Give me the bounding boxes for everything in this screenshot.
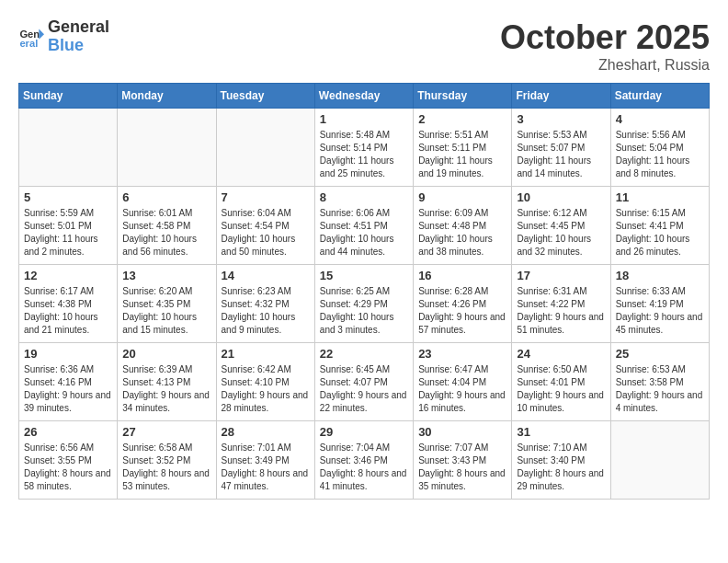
- day-info: Sunrise: 5:48 AMSunset: 5:14 PMDaylight:…: [320, 129, 408, 180]
- day-number: 4: [616, 112, 704, 126]
- calendar-week-row: 12 Sunrise: 6:17 AMSunset: 4:38 PMDaylig…: [19, 265, 710, 343]
- day-number: 31: [517, 425, 605, 439]
- day-info: Sunrise: 6:50 AMSunset: 4:01 PMDaylight:…: [517, 363, 605, 415]
- day-number: 19: [24, 347, 112, 361]
- day-number: 28: [222, 425, 310, 439]
- calendar-week-row: 5 Sunrise: 5:59 AMSunset: 5:01 PMDayligh…: [19, 187, 710, 265]
- table-row: 24 Sunrise: 6:50 AMSunset: 4:01 PMDaylig…: [512, 343, 610, 421]
- day-info: Sunrise: 6:09 AMSunset: 4:48 PMDaylight:…: [418, 207, 506, 259]
- table-row: 22 Sunrise: 6:45 AMSunset: 4:07 PMDaylig…: [314, 343, 413, 421]
- day-info: Sunrise: 7:01 AMSunset: 3:49 PMDaylight:…: [222, 442, 310, 493]
- day-info: Sunrise: 6:36 AMSunset: 4:16 PMDaylight:…: [24, 363, 112, 415]
- day-info: Sunrise: 6:56 AMSunset: 3:55 PMDaylight:…: [24, 442, 112, 493]
- table-row: 18 Sunrise: 6:33 AMSunset: 4:19 PMDaylig…: [610, 265, 709, 343]
- day-info: Sunrise: 6:39 AMSunset: 4:13 PMDaylight:…: [122, 363, 210, 415]
- table-row: 27 Sunrise: 6:58 AMSunset: 3:52 PMDaylig…: [118, 421, 216, 500]
- day-number: 18: [616, 269, 704, 282]
- table-row: 9 Sunrise: 6:09 AMSunset: 4:48 PMDayligh…: [414, 187, 512, 265]
- svg-marker-2: [39, 29, 44, 39]
- day-number: 3: [517, 112, 605, 126]
- header-monday: Monday: [118, 84, 216, 109]
- table-row: 12 Sunrise: 6:17 AMSunset: 4:38 PMDaylig…: [19, 265, 118, 343]
- day-number: 12: [24, 269, 112, 282]
- day-number: 25: [616, 347, 704, 361]
- table-row: 8 Sunrise: 6:06 AMSunset: 4:51 PMDayligh…: [314, 187, 413, 265]
- day-number: 8: [320, 190, 408, 204]
- table-row: 25 Sunrise: 6:53 AMSunset: 3:58 PMDaylig…: [610, 343, 709, 421]
- day-number: 6: [122, 190, 210, 204]
- day-info: Sunrise: 6:15 AMSunset: 4:41 PMDaylight:…: [616, 207, 704, 259]
- day-info: Sunrise: 6:33 AMSunset: 4:19 PMDaylight:…: [616, 285, 704, 337]
- table-row: 17 Sunrise: 6:31 AMSunset: 4:22 PMDaylig…: [512, 265, 610, 343]
- logo-icon: Gen eral: [18, 24, 44, 50]
- calendar-week-row: 1 Sunrise: 5:48 AMSunset: 5:14 PMDayligh…: [19, 109, 710, 187]
- table-row: [118, 109, 216, 187]
- day-number: 27: [122, 425, 210, 439]
- header-saturday: Saturday: [610, 84, 709, 109]
- table-row: 21 Sunrise: 6:42 AMSunset: 4:10 PMDaylig…: [216, 343, 314, 421]
- table-row: 1 Sunrise: 5:48 AMSunset: 5:14 PMDayligh…: [314, 109, 413, 187]
- day-number: 29: [320, 425, 408, 439]
- table-row: 30 Sunrise: 7:07 AMSunset: 3:43 PMDaylig…: [414, 421, 512, 500]
- day-number: 10: [517, 190, 605, 204]
- table-row: 3 Sunrise: 5:53 AMSunset: 5:07 PMDayligh…: [512, 109, 610, 187]
- header-tuesday: Tuesday: [216, 84, 314, 109]
- day-info: Sunrise: 6:45 AMSunset: 4:07 PMDaylight:…: [320, 363, 408, 415]
- day-number: 9: [418, 190, 506, 204]
- table-row: [610, 421, 709, 500]
- page-header: Gen eral General Blue October 2025 Zhesh…: [18, 18, 710, 74]
- day-info: Sunrise: 5:53 AMSunset: 5:07 PMDaylight:…: [517, 129, 605, 180]
- day-info: Sunrise: 6:42 AMSunset: 4:10 PMDaylight:…: [222, 363, 310, 415]
- day-number: 17: [517, 269, 605, 282]
- day-number: 15: [320, 269, 408, 282]
- day-info: Sunrise: 5:59 AMSunset: 5:01 PMDaylight:…: [24, 207, 112, 259]
- title-block: October 2025 Zheshart, Russia: [500, 18, 710, 74]
- table-row: 4 Sunrise: 5:56 AMSunset: 5:04 PMDayligh…: [610, 109, 709, 187]
- day-info: Sunrise: 6:47 AMSunset: 4:04 PMDaylight:…: [418, 363, 506, 415]
- table-row: 6 Sunrise: 6:01 AMSunset: 4:58 PMDayligh…: [118, 187, 216, 265]
- day-info: Sunrise: 6:25 AMSunset: 4:29 PMDaylight:…: [320, 285, 408, 337]
- calendar-week-row: 19 Sunrise: 6:36 AMSunset: 4:16 PMDaylig…: [19, 343, 710, 421]
- table-row: 28 Sunrise: 7:01 AMSunset: 3:49 PMDaylig…: [216, 421, 314, 500]
- table-row: 13 Sunrise: 6:20 AMSunset: 4:35 PMDaylig…: [118, 265, 216, 343]
- header-sunday: Sunday: [19, 84, 118, 109]
- day-number: 30: [418, 425, 506, 439]
- table-row: 5 Sunrise: 5:59 AMSunset: 5:01 PMDayligh…: [19, 187, 118, 265]
- day-number: 24: [517, 347, 605, 361]
- table-row: 16 Sunrise: 6:28 AMSunset: 4:26 PMDaylig…: [414, 265, 512, 343]
- day-info: Sunrise: 6:20 AMSunset: 4:35 PMDaylight:…: [122, 285, 210, 337]
- day-info: Sunrise: 6:01 AMSunset: 4:58 PMDaylight:…: [122, 207, 210, 259]
- day-info: Sunrise: 5:56 AMSunset: 5:04 PMDaylight:…: [616, 129, 704, 180]
- day-info: Sunrise: 6:28 AMSunset: 4:26 PMDaylight:…: [418, 285, 506, 337]
- day-number: 22: [320, 347, 408, 361]
- day-number: 26: [24, 425, 112, 439]
- day-info: Sunrise: 5:51 AMSunset: 5:11 PMDaylight:…: [418, 129, 506, 180]
- calendar-table: Sunday Monday Tuesday Wednesday Thursday…: [18, 83, 710, 500]
- day-info: Sunrise: 7:04 AMSunset: 3:46 PMDaylight:…: [320, 442, 408, 493]
- location: Zheshart, Russia: [500, 57, 710, 74]
- day-number: 14: [222, 269, 310, 282]
- table-row: 14 Sunrise: 6:23 AMSunset: 4:32 PMDaylig…: [216, 265, 314, 343]
- day-number: 1: [320, 112, 408, 126]
- table-row: [216, 109, 314, 187]
- day-number: 21: [222, 347, 310, 361]
- table-row: 26 Sunrise: 6:56 AMSunset: 3:55 PMDaylig…: [19, 421, 118, 500]
- header-wednesday: Wednesday: [314, 84, 413, 109]
- day-number: 11: [616, 190, 704, 204]
- svg-text:eral: eral: [19, 38, 38, 49]
- day-number: 23: [418, 347, 506, 361]
- day-number: 5: [24, 190, 112, 204]
- header-thursday: Thursday: [414, 84, 512, 109]
- day-info: Sunrise: 6:06 AMSunset: 4:51 PMDaylight:…: [320, 207, 408, 259]
- day-info: Sunrise: 6:53 AMSunset: 3:58 PMDaylight:…: [616, 363, 704, 415]
- day-info: Sunrise: 6:17 AMSunset: 4:38 PMDaylight:…: [24, 285, 112, 337]
- calendar-week-row: 26 Sunrise: 6:56 AMSunset: 3:55 PMDaylig…: [19, 421, 710, 500]
- table-row: 20 Sunrise: 6:39 AMSunset: 4:13 PMDaylig…: [118, 343, 216, 421]
- table-row: 19 Sunrise: 6:36 AMSunset: 4:16 PMDaylig…: [19, 343, 118, 421]
- day-info: Sunrise: 6:23 AMSunset: 4:32 PMDaylight:…: [222, 285, 310, 337]
- table-row: 29 Sunrise: 7:04 AMSunset: 3:46 PMDaylig…: [314, 421, 413, 500]
- month-title: October 2025: [500, 18, 710, 57]
- table-row: 23 Sunrise: 6:47 AMSunset: 4:04 PMDaylig…: [414, 343, 512, 421]
- day-number: 20: [122, 347, 210, 361]
- table-row: 15 Sunrise: 6:25 AMSunset: 4:29 PMDaylig…: [314, 265, 413, 343]
